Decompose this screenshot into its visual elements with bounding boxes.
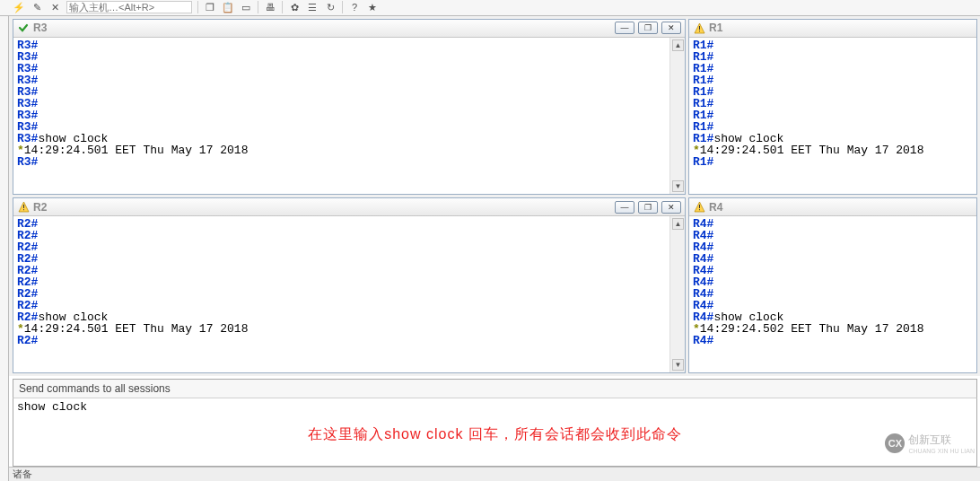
terminal-line: R3# bbox=[17, 109, 666, 121]
terminal-line: R4# bbox=[693, 241, 973, 253]
help-icon[interactable]: ? bbox=[348, 1, 361, 13]
screen-icon[interactable]: ▭ bbox=[240, 1, 252, 13]
pane-titlebar[interactable]: R3—❐✕ bbox=[13, 20, 685, 38]
pane-title: R2 bbox=[33, 201, 47, 214]
pane-titlebar[interactable]: R2—❐✕ bbox=[13, 198, 685, 216]
separator bbox=[258, 1, 258, 13]
watermark: CX 创新互联 CHUANG XIN HU LIAN bbox=[885, 433, 975, 454]
send-all-value: show clock bbox=[17, 400, 87, 414]
terminal-text: 14:29:24.501 EET Thu May 17 2018 bbox=[700, 144, 924, 157]
warning-icon bbox=[17, 201, 30, 214]
terminal-line: R1# bbox=[693, 63, 973, 74]
bookmark-icon[interactable]: ✿ bbox=[288, 1, 301, 13]
close-button[interactable]: ✕ bbox=[661, 201, 681, 214]
cancel-icon[interactable]: ✕ bbox=[48, 1, 61, 13]
send-all-input[interactable]: show clock 在这里输入show clock 回车，所有会话都会收到此命… bbox=[13, 398, 977, 467]
send-all-label: Send commands to all sessions bbox=[13, 379, 977, 398]
terminal-line: *14:29:24.502 EET Thu May 17 2018 bbox=[693, 323, 973, 335]
terminal-output[interactable]: R4#R4#R4#R4#R4#R4#R4#R4#R4#show clock*14… bbox=[689, 216, 976, 372]
terminal-line: R2# bbox=[17, 265, 666, 276]
pane-body[interactable]: R2#R2#R2#R2#R2#R2#R2#R2#R2#show clock*14… bbox=[13, 216, 685, 372]
terminal-text: 14:29:24.502 EET Thu May 17 2018 bbox=[700, 322, 924, 336]
pane-title: R4 bbox=[709, 201, 722, 214]
terminal-pane-r1: R1R1#R1#R1#R1#R1#R1#R1#R1#R1#show clock*… bbox=[688, 19, 977, 195]
terminal-line: R1# bbox=[693, 109, 973, 121]
minimize-button[interactable]: — bbox=[615, 201, 634, 214]
scroll-down-icon[interactable]: ▼ bbox=[672, 180, 684, 192]
paste-icon[interactable]: 📋 bbox=[222, 1, 234, 13]
terminal-line: R3# bbox=[17, 39, 666, 51]
pane-titlebar[interactable]: R4 bbox=[689, 198, 976, 216]
pane-body[interactable]: R1#R1#R1#R1#R1#R1#R1#R1#R1#show clock*14… bbox=[689, 38, 976, 194]
watermark-logo: CX bbox=[885, 433, 905, 453]
checkmark-icon bbox=[17, 22, 30, 34]
terminal-line: R4# bbox=[693, 230, 973, 241]
list-icon[interactable]: ☰ bbox=[306, 1, 319, 13]
star-icon[interactable]: ★ bbox=[366, 1, 379, 13]
close-button[interactable]: ✕ bbox=[661, 22, 681, 34]
scrollbar[interactable]: ▲▼ bbox=[669, 216, 685, 372]
terminal-pane-r2: R2—❐✕R2#R2#R2#R2#R2#R2#R2#R2#R2#show clo… bbox=[13, 197, 686, 373]
status-bar: 诸备 bbox=[0, 467, 980, 481]
terminal-line: R1# bbox=[693, 74, 973, 86]
terminal-line: R2# bbox=[17, 230, 666, 241]
watermark-sub: CHUANG XIN HU LIAN bbox=[908, 448, 975, 454]
terminal-grid: R3—❐✕R3#R3#R3#R3#R3#R3#R3#R3#R3#show clo… bbox=[0, 16, 980, 377]
terminal-line: R1# bbox=[693, 39, 973, 51]
terminal-line: *14:29:24.501 EET Thu May 17 2018 bbox=[17, 144, 666, 156]
terminal-line: R3# bbox=[17, 86, 666, 98]
annotation-text: 在这里输入show clock 回车，所有会话都会收到此命令 bbox=[13, 425, 976, 444]
print-icon[interactable]: 🖶 bbox=[264, 1, 276, 13]
separator bbox=[342, 1, 343, 13]
terminal-line: R1# bbox=[693, 86, 973, 98]
terminal-line: R3# bbox=[17, 98, 666, 109]
pane-titlebar[interactable]: R1 bbox=[689, 20, 976, 38]
copy-icon[interactable]: ❐ bbox=[204, 1, 216, 13]
scroll-up-icon[interactable]: ▲ bbox=[672, 39, 684, 51]
host-input[interactable] bbox=[66, 1, 192, 13]
terminal-line: R2# bbox=[17, 253, 666, 265]
terminal-line: R2# bbox=[17, 335, 666, 346]
pane-body[interactable]: R3#R3#R3#R3#R3#R3#R3#R3#R3#show clock*14… bbox=[13, 38, 685, 194]
terminal-line: R4# bbox=[693, 218, 973, 230]
terminal-line: R1# bbox=[693, 98, 973, 109]
minimize-button[interactable]: — bbox=[615, 22, 634, 34]
terminal-line: R4# bbox=[693, 276, 973, 288]
prompt: R3# bbox=[17, 155, 38, 169]
svg-rect-0 bbox=[699, 26, 700, 30]
terminal-output[interactable]: R3#R3#R3#R3#R3#R3#R3#R3#R3#show clock*14… bbox=[13, 38, 669, 194]
terminal-line: R2# bbox=[17, 241, 666, 253]
terminal-line: R3# bbox=[17, 156, 666, 168]
terminal-output[interactable]: R1#R1#R1#R1#R1#R1#R1#R1#R1#show clock*14… bbox=[689, 38, 976, 194]
terminal-line: R1# bbox=[693, 51, 973, 63]
terminal-line: R2# bbox=[17, 218, 666, 230]
svg-rect-4 bbox=[699, 205, 700, 208]
prompt: R1# bbox=[693, 155, 713, 169]
terminal-pane-r3: R3—❐✕R3#R3#R3#R3#R3#R3#R3#R3#R3#show clo… bbox=[13, 19, 686, 195]
terminal-line: R2# bbox=[17, 288, 666, 300]
left-gutter bbox=[0, 0, 9, 481]
terminal-line: R3# bbox=[17, 63, 666, 74]
pane-title: R1 bbox=[709, 22, 722, 34]
window-controls: —❐✕ bbox=[615, 201, 681, 214]
pencil-icon[interactable]: ✎ bbox=[31, 1, 43, 13]
pane-body[interactable]: R4#R4#R4#R4#R4#R4#R4#R4#R4#show clock*14… bbox=[689, 216, 976, 372]
terminal-line: *14:29:24.501 EET Thu May 17 2018 bbox=[693, 144, 973, 156]
svg-rect-2 bbox=[23, 205, 24, 208]
maximize-button[interactable]: ❐ bbox=[638, 201, 658, 214]
maximize-button[interactable]: ❐ bbox=[638, 22, 658, 34]
svg-rect-5 bbox=[699, 209, 700, 210]
terminal-line: R4# bbox=[693, 253, 973, 265]
toolbar: ⚡ ✎ ✕ ❐ 📋 ▭ 🖶 ✿ ☰ ↻ ? ★ bbox=[0, 0, 980, 16]
scroll-up-icon[interactable]: ▲ bbox=[672, 218, 684, 230]
warning-icon bbox=[693, 201, 705, 214]
terminal-line: R4# bbox=[693, 265, 973, 276]
refresh-icon[interactable]: ↻ bbox=[324, 1, 337, 13]
scrollbar[interactable]: ▲▼ bbox=[669, 38, 685, 194]
lightning-icon[interactable]: ⚡ bbox=[13, 1, 25, 13]
svg-rect-3 bbox=[23, 209, 24, 210]
watermark-brand: 创新互联 bbox=[908, 433, 951, 446]
terminal-line: R4# bbox=[693, 288, 973, 300]
terminal-output[interactable]: R2#R2#R2#R2#R2#R2#R2#R2#R2#show clock*14… bbox=[13, 216, 669, 372]
scroll-down-icon[interactable]: ▼ bbox=[672, 359, 684, 371]
